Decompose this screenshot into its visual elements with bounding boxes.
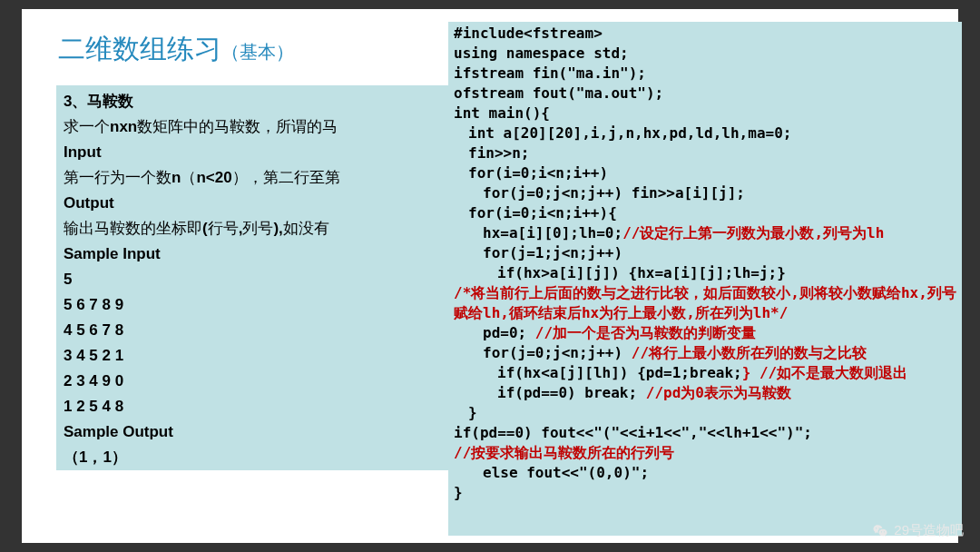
problem-line: 3、马鞍数 [64,89,443,114]
code-line: for(j=0;j<n;j++) //将行上最小数所在列的数与之比较 [454,343,956,363]
code-line: hx=a[i][0];lh=0;//设定行上第一列数为最小数,列号为lh [454,223,956,243]
title-main: 二维数组练习 [58,34,221,64]
code-line: using namespace std; [454,44,956,64]
problem-line: 5 [64,267,443,292]
code-line: } [454,483,956,503]
code-line: if(hx>a[i][j]) {hx=a[i][j];lh=j;} [454,263,956,283]
watermark-text: 29号造物吧 [894,522,964,539]
problem-line: Sample Input [64,242,443,267]
problem-line: （1，1） [64,445,443,470]
wechat-icon [872,523,888,539]
code-line: for(i=0;i<n;i++) [454,163,956,183]
problem-line: 4 5 6 7 8 [64,318,443,343]
code-line: #include<fstream> [454,24,956,44]
problem-line: Sample Output [64,419,443,445]
code-line: if(hx<a[j][lh]) {pd=1;break;} //如不是最大数则退… [454,363,956,383]
problem-line: 2 3 4 9 0 [64,369,443,394]
code-line: /*将当前行上后面的数与之进行比较，如后面数较小,则将较小数赋给hx,列号赋给l… [454,283,956,323]
code-line: ofstream fout("ma.out"); [454,84,956,104]
code-line: pd=0; //加一个是否为马鞍数的判断变量 [454,323,956,343]
problem-line: 求一个nxn数矩阵中的马鞍数，所谓的马 [64,114,443,140]
problem-line: 5 6 7 8 9 [64,292,443,318]
code-line: } [454,403,956,423]
problem-box: 3、马鞍数求一个nxn数矩阵中的马鞍数，所谓的马Input第一行为一个数n（n<… [56,85,450,470]
code-line: fin>>n; [454,143,956,163]
title-sub: （基本） [221,42,294,62]
code-line: if(pd==0) break; //pd为0表示为马鞍数 [454,383,956,403]
problem-line: Output [64,191,443,216]
code-line: for(j=0;j<n;j++) fin>>a[i][j]; [454,183,956,203]
code-line: ifstream fin("ma.in"); [454,64,956,84]
code-line: for(i=0;i<n;i++){ [454,203,956,223]
watermark: 29号造物吧 [872,522,964,539]
problem-line: 3 4 5 2 1 [64,343,443,369]
code-line: int main(){ [454,104,956,123]
slide: 二维数组练习（基本） 3、马鞍数求一个nxn数矩阵中的马鞍数，所谓的马Input… [22,9,958,543]
code-line: //按要求输出马鞍数所在的行列号 [454,443,956,463]
problem-line: 第一行为一个数n（n<20），第二行至第 [64,165,443,191]
problem-line: Input [64,140,443,165]
code-line: for(j=1;j<n;j++) [454,243,956,263]
code-line: int a[20][20],i,j,n,hx,pd,ld,lh,ma=0; [454,123,956,143]
code-box: #include<fstream>using namespace std;ifs… [448,22,962,536]
problem-line: 1 2 5 4 8 [64,394,443,419]
code-line: else fout<<"(0,0)"; [454,463,956,483]
code-line: if(pd==0) fout<<"("<<i+1<<","<<lh+1<<")"… [454,423,956,443]
problem-line: 输出马鞍数的坐标即(行号,列号),如没有 [64,216,443,242]
